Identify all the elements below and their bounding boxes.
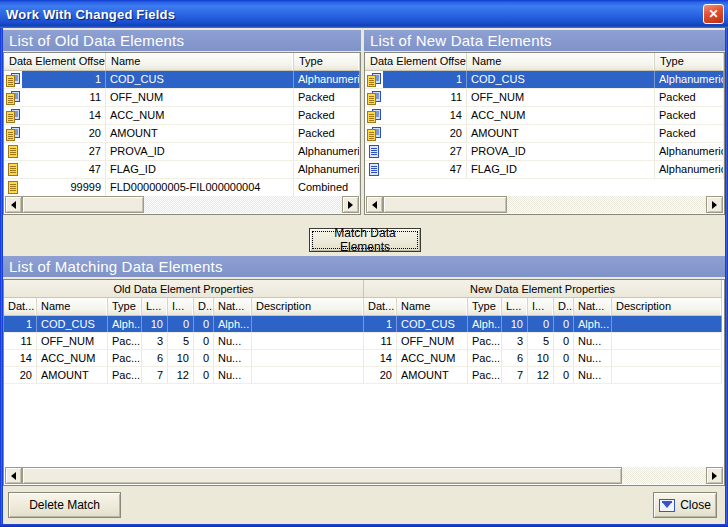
old-properties: 1COD_CUSAlph...1000Alph... [4,316,364,333]
close-button-label: Close [680,498,711,512]
scroll-right-icon [712,472,721,480]
scroll-left-icon [7,201,16,209]
match-data-elements-button[interactable]: Match Data Elements [309,228,421,252]
matching-column-header[interactable]: L... [142,298,168,315]
description-cell [252,316,364,332]
length-cell: 3 [142,333,168,349]
description-cell [612,367,722,383]
list-item[interactable]: 27PROVA_IDAlphanumeric [365,143,724,161]
length-cell: 3 [502,333,528,349]
decimal-cell: 0 [554,367,574,383]
new-data-elements-list: Data Element Offset Name Type 1COD_CUSAl… [364,52,725,215]
scroll-right-button[interactable] [706,467,723,484]
column-header-type[interactable]: Type [655,53,724,70]
matching-column-header[interactable]: Name [397,298,468,315]
type-cell: Alphanumeric [655,161,724,178]
offset-cell: 47 [22,161,106,178]
description-cell [612,333,722,349]
scroll-left-icon [368,201,377,209]
new-panel-header: List of New Data Elements [364,30,725,51]
list-item[interactable]: 47FLAG_IDAlphanumeric [365,161,724,179]
matching-column-header[interactable]: Name [37,298,108,315]
column-header-offset[interactable]: Data Element Offset [365,53,467,70]
decimal-cell: 0 [554,350,574,366]
matching-column-header[interactable]: Description [252,298,364,315]
decimal-cell: 0 [554,316,574,332]
list-item[interactable]: 1COD_CUSAlphanumeric [365,71,724,89]
scroll-left-button[interactable] [5,196,22,213]
list-item[interactable]: 11OFF_NUMPacked [4,89,360,107]
matching-column-header[interactable]: Nat... [214,298,252,315]
matching-column-header[interactable]: Type [108,298,142,315]
nature-cell: Nu... [214,350,252,366]
scroll-right-button[interactable] [342,196,359,213]
old-data-elements-list: Data Element Offset Name Type 1COD_CUSAl… [3,52,361,215]
matching-column-header[interactable]: L... [502,298,528,315]
matching-column-header[interactable]: Dat... [364,298,397,315]
matching-row[interactable]: 20AMOUNTPac...7120Nu...20AMOUNTPac...712… [4,367,724,384]
nature-cell: Nu... [214,367,252,383]
scrollbar-thumb[interactable] [22,467,622,484]
scroll-left-button[interactable] [366,196,383,213]
scrollbar-track[interactable] [622,467,706,484]
matching-column-header[interactable]: Description [612,298,722,315]
integer-cell: 0 [528,316,554,332]
offset-cell: 27 [22,143,106,160]
matching-row[interactable]: 14ACC_NUMPac...6100Nu...14ACC_NUMPac...6… [4,350,724,367]
name-cell: OFF_NUM [106,89,294,106]
matching-column-header[interactable]: D... [554,298,574,315]
offset-cell: 47 [383,161,467,178]
integer-cell: 5 [528,333,554,349]
column-header-offset[interactable]: Data Element Offset [4,53,106,70]
matching-column-header[interactable]: I... [528,298,554,315]
column-header-type[interactable]: Type [294,53,360,70]
column-header-name[interactable]: Name [106,53,294,70]
list-item[interactable]: 27PROVA_IDAlphanumeric [4,143,360,161]
list-item[interactable]: 20AMOUNTPacked [365,125,724,143]
close-x-icon: ✕ [708,7,718,21]
scroll-right-button[interactable] [706,196,723,213]
scrollbar-thumb[interactable] [383,196,507,213]
dat-cell: 11 [364,333,397,349]
list-item[interactable]: 20AMOUNTPacked [4,125,360,143]
length-cell: 6 [142,350,168,366]
old-list-hscrollbar[interactable] [5,196,359,213]
column-header-name[interactable]: Name [467,53,655,70]
list-item[interactable]: 11OFF_NUMPacked [365,89,724,107]
list-item[interactable]: 14ACC_NUMPacked [4,107,360,125]
type-cell: Alph... [468,316,502,332]
close-window-button[interactable]: ✕ [703,4,724,24]
old-panel-title: List of Old Data Elements [9,32,184,49]
scrollbar-track[interactable] [144,196,342,213]
new-list-header: Data Element Offset Name Type [365,53,724,71]
delete-match-button[interactable]: Delete Match [8,492,121,518]
matching-column-header[interactable]: Type [468,298,502,315]
list-item[interactable]: 47FLAG_IDAlphanumeric [4,161,360,179]
close-button[interactable]: Close [653,492,717,518]
list-item[interactable]: 14ACC_NUMPacked [365,107,724,125]
matching-column-header[interactable]: Dat... [4,298,37,315]
scroll-left-button[interactable] [5,467,22,484]
type-cell: Pac... [468,333,502,349]
old-list-header: Data Element Offset Name Type [4,53,360,71]
matching-column-header[interactable]: Nat... [574,298,612,315]
list-item[interactable]: 1COD_CUSAlphanumeric [4,71,360,89]
scrollbar-thumb[interactable] [22,196,144,213]
matching-row[interactable]: 1COD_CUSAlph...1000Alph...1COD_CUSAlph..… [4,316,724,333]
matching-row[interactable]: 11OFF_NUMPac...350Nu...11OFF_NUMPac...35… [4,333,724,350]
list-item[interactable]: 99999FLD000000005-FIL000000004Combined [4,179,360,197]
matching-hscrollbar[interactable] [5,467,723,484]
copy-icon [365,71,383,88]
name-cell: FLD000000005-FIL000000004 [106,179,294,196]
scrollbar-track[interactable] [507,196,706,213]
type-cell: Alphanumeric [294,71,360,88]
matching-column-header[interactable]: I... [168,298,194,315]
dat-cell: 20 [4,367,37,383]
integer-cell: 12 [528,367,554,383]
type-cell: Alphanumeric [294,161,360,178]
name-cell: PROVA_ID [106,143,294,160]
new-list-hscrollbar[interactable] [366,196,723,213]
matching-column-header[interactable]: D... [194,298,214,315]
type-cell: Packed [655,89,724,106]
name-cell: ACC_NUM [467,107,655,124]
